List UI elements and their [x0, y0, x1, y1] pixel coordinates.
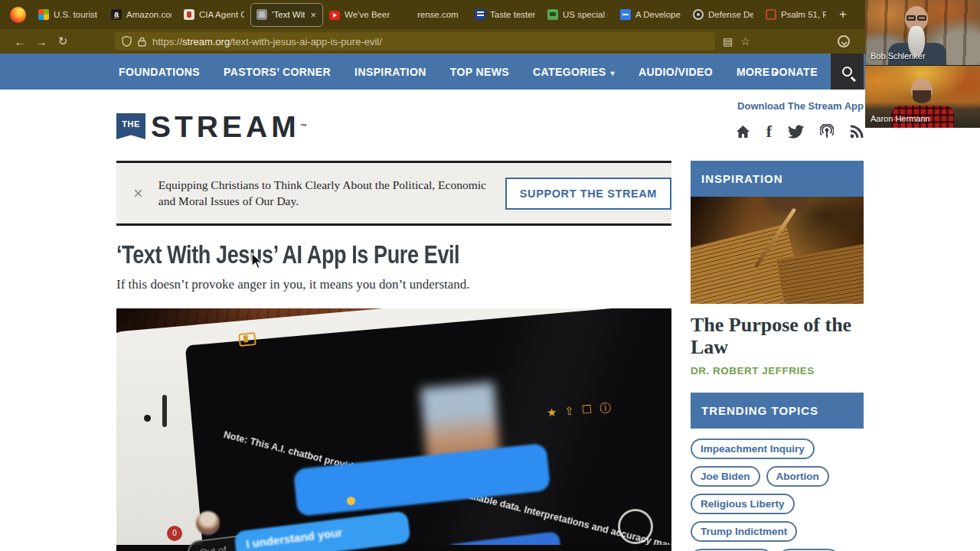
- facebook-icon[interactable]: f: [766, 125, 772, 139]
- screen: U.S. tourist a aAmazon.com CIA Agent C ’…: [0, 0, 980, 551]
- seal-icon: [693, 9, 704, 20]
- site-nav-bar: FOUNDATIONS PASTORS’ CORNER INSPIRATION …: [0, 54, 980, 90]
- logo-the-badge: THE: [116, 113, 145, 139]
- article-subtitle: If this doesn’t provoke anger in you, it…: [116, 277, 470, 292]
- promo-banner: × Equipping Christians to Think Clearly …: [116, 161, 671, 226]
- tab-psalm-51[interactable]: Psalm 51, Ps: [760, 4, 831, 26]
- glasses: [906, 15, 926, 21]
- gold-book-icon: [238, 332, 256, 347]
- tab-weve-been[interactable]: We’ve Been F: [324, 4, 395, 26]
- page-icon: [256, 9, 267, 20]
- share-icon: ⇧: [564, 404, 575, 419]
- star-icon: ★: [546, 406, 557, 421]
- reader-mode-icon[interactable]: ▤: [723, 35, 733, 47]
- bible-icon: [766, 9, 776, 20]
- chat-avatar: [196, 511, 220, 535]
- pocket-icon[interactable]: [838, 35, 850, 47]
- bookmark-star-icon[interactable]: ☆: [740, 35, 750, 47]
- tab-us-tourist[interactable]: U.S. tourist a: [33, 4, 104, 26]
- webcam-aaron-hermann: Aaron Hermann: [865, 65, 980, 128]
- topic-abortion[interactable]: Abortion: [766, 466, 829, 487]
- trending-topics-list: Impeachment Inquiry Joe Biden Abortion R…: [691, 439, 864, 551]
- amazon-icon: a: [111, 9, 122, 20]
- browser-toolbar: ← → ↻ https://stream.org/text-with-jesus…: [0, 29, 980, 54]
- webcam-name-label: Aaron Hermann: [871, 114, 930, 123]
- browser-tab-bar: U.S. tourist a aAmazon.com CIA Agent C ’…: [0, 0, 980, 29]
- lock-icon[interactable]: [138, 37, 146, 47]
- url-bar[interactable]: https://stream.org/text-with-jesus-ai-ap…: [115, 32, 715, 51]
- support-the-stream-button[interactable]: SUPPORT THE STREAM: [505, 178, 671, 210]
- url-text: https://stream.org/text-with-jesus-ai-ap…: [152, 36, 382, 47]
- twitter-icon[interactable]: [788, 125, 804, 139]
- new-tab-button[interactable]: +: [832, 7, 854, 22]
- phone-camera-dot: [144, 415, 151, 422]
- firefox-menu-button[interactable]: [8, 5, 28, 24]
- topic-impeachment-inquiry[interactable]: Impeachment Inquiry: [691, 439, 815, 459]
- back-button[interactable]: ←: [9, 35, 31, 48]
- nav-inspiration[interactable]: INSPIRATION: [354, 66, 426, 78]
- beard: [913, 90, 931, 103]
- article-title: ‘Text With Jesus’ AI App Is Pure Evil: [116, 240, 459, 269]
- social-icons: f: [736, 124, 864, 139]
- inspiration-author[interactable]: DR. ROBERT JEFFRIES: [691, 365, 864, 377]
- webcam-name-label: Bob Schlenker: [871, 51, 926, 60]
- article-photo: ★ ⇧ ☐ ⓘ Note: This A.I. chatbot provides…: [116, 308, 671, 551]
- tab-rense[interactable]: rense.com: [397, 4, 468, 26]
- sidebar: INSPIRATION The Purpose of the Law DR. R…: [691, 161, 864, 551]
- podcast-icon[interactable]: [820, 124, 834, 139]
- record-badge: 0: [167, 526, 182, 541]
- phone-speaker: [162, 395, 167, 427]
- nav-foundations[interactable]: FOUNDATIONS: [119, 66, 200, 78]
- youtube-icon: [329, 11, 340, 20]
- tab-defense-dept[interactable]: Defense Dep: [688, 4, 759, 26]
- cia-icon: [184, 9, 194, 20]
- tab-us-special[interactable]: US special o: [542, 4, 613, 26]
- banner-close-icon[interactable]: ×: [116, 184, 158, 204]
- stream-logo[interactable]: THE STREAM™: [116, 113, 307, 140]
- tab-a-developer[interactable]: A Developer: [615, 4, 686, 26]
- tab-text-with-jesus-active[interactable]: ’Text With×: [251, 4, 322, 26]
- trending-topics-header: TRENDING TOPICS: [691, 393, 864, 429]
- emoji-icon: [347, 497, 355, 505]
- trash-icon: ☐: [581, 403, 593, 418]
- webcam-bob-schlenker: Bob Schlenker: [865, 0, 980, 65]
- green-site-icon: [547, 9, 558, 20]
- topic-joe-biden[interactable]: Joe Biden: [691, 466, 760, 487]
- home-icon[interactable]: [736, 125, 750, 139]
- donate-button[interactable]: DONATE: [771, 54, 818, 90]
- firefox-icon: [10, 7, 26, 23]
- tab-taste-testers[interactable]: Taste testers: [469, 4, 541, 26]
- topic-religious-liberty[interactable]: Religious Liberty: [691, 494, 795, 514]
- download-app-link[interactable]: Download The Stream App: [737, 100, 864, 112]
- banner-text: Equipping Christians to Think Clearly Ab…: [158, 178, 495, 209]
- nav-categories[interactable]: CATEGORIES▾: [533, 66, 615, 78]
- microsoft-icon: [38, 9, 49, 20]
- shield-icon[interactable]: [122, 36, 132, 47]
- close-tab-icon[interactable]: ×: [309, 9, 317, 21]
- nav-audio-video[interactable]: AUDIO/VIDEO: [639, 66, 713, 78]
- info-icon: ⓘ: [599, 400, 612, 416]
- mouse-cursor: [251, 253, 265, 274]
- hand-shadow: [764, 197, 810, 214]
- tab-amazon[interactable]: aAmazon.com: [106, 4, 177, 26]
- inspiration-image[interactable]: [691, 197, 864, 304]
- reload-button[interactable]: ↻: [52, 34, 74, 48]
- inspiration-header[interactable]: INSPIRATION: [691, 161, 864, 197]
- tab-cia-agent[interactable]: CIA Agent C: [178, 4, 250, 26]
- forward-button[interactable]: →: [31, 35, 52, 48]
- blue-site-icon: [620, 9, 631, 20]
- blank-favicon: [402, 9, 413, 20]
- nav-pastors-corner[interactable]: PASTORS’ CORNER: [224, 66, 331, 78]
- nav-top-news[interactable]: TOP NEWS: [450, 66, 509, 78]
- rss-icon[interactable]: [850, 125, 864, 139]
- chevron-down-icon: ▾: [611, 69, 615, 77]
- foxnews-icon: [475, 9, 485, 20]
- topic-trump-indictment[interactable]: Trump Indictment: [691, 521, 797, 542]
- logo-stream-text: STREAM™: [151, 113, 307, 140]
- inspiration-article-title[interactable]: The Purpose of the Law: [691, 314, 864, 359]
- search-icon: [842, 67, 852, 77]
- search-button[interactable]: [831, 54, 864, 90]
